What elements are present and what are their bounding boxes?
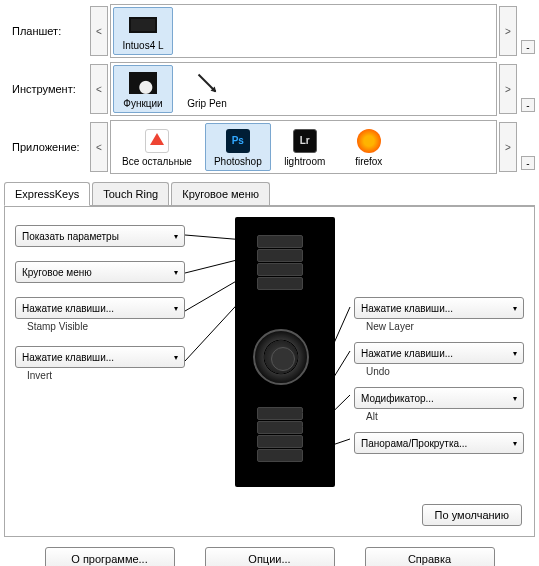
- pen-icon: [192, 70, 222, 96]
- help-button[interactable]: Справка: [365, 547, 495, 566]
- key-sublabel: New Layer: [366, 321, 524, 332]
- express-key[interactable]: [257, 277, 303, 290]
- tool-row: Инструмент: < Функции Grip Pen > -: [4, 62, 535, 116]
- dropdown-value: Круговое меню: [22, 267, 92, 278]
- key-dropdown[interactable]: Нажатие клавиши...: [354, 297, 524, 319]
- key-dropdown[interactable]: Нажатие клавиши...: [354, 342, 524, 364]
- express-key[interactable]: [257, 435, 303, 448]
- app-item-photoshop[interactable]: Ps Photoshop: [205, 123, 271, 171]
- tab-label: Touch Ring: [103, 188, 158, 200]
- tool-item-label: Grip Pen: [187, 98, 226, 109]
- tablet-label: Планшет:: [4, 25, 90, 37]
- footer-buttons: О программе... Опции... Справка: [4, 547, 535, 566]
- left-key-controls: Показать параметры Круговое меню Нажатие…: [15, 225, 185, 381]
- all-apps-icon: [142, 128, 172, 154]
- lightroom-icon: Lr: [290, 128, 320, 154]
- express-key[interactable]: [257, 407, 303, 420]
- tablet-item-intuos4[interactable]: Intuos4 L: [113, 7, 173, 55]
- app-item-lightroom[interactable]: Lr lightroom: [275, 123, 335, 171]
- key-control: Модификатор... Alt: [354, 387, 524, 422]
- dropdown-value: Нажатие клавиши...: [22, 352, 114, 363]
- functions-icon: [128, 70, 158, 96]
- key-dropdown[interactable]: Круговое меню: [15, 261, 185, 283]
- key-sublabel: Invert: [27, 370, 185, 381]
- tab-container: ExpressKeys Touch Ring Круговое меню: [4, 182, 535, 537]
- dropdown-value: Нажатие клавиши...: [361, 303, 453, 314]
- app-item-label: Photoshop: [214, 156, 262, 167]
- key-dropdown[interactable]: Панорама/Прокрутка...: [354, 432, 524, 454]
- tool-item-label: Функции: [123, 98, 162, 109]
- tablet-remove[interactable]: -: [521, 40, 535, 54]
- app-remove[interactable]: -: [521, 156, 535, 170]
- touch-ring[interactable]: [253, 329, 309, 385]
- tool-item-functions[interactable]: Функции: [113, 65, 173, 113]
- dropdown-value: Показать параметры: [22, 231, 119, 242]
- tab-bar: ExpressKeys Touch Ring Круговое меню: [4, 182, 535, 205]
- tablet-row: Планшет: < Intuos4 L > -: [4, 4, 535, 58]
- lower-key-block: [257, 407, 303, 463]
- tab-label: Круговое меню: [182, 188, 259, 200]
- button-label: Справка: [408, 553, 451, 565]
- tablet-strip: Intuos4 L: [110, 4, 497, 58]
- app-scroll-right[interactable]: >: [499, 122, 517, 172]
- app-row: Приложение: < Все остальные Ps Photoshop…: [4, 120, 535, 174]
- tablet-scroll-left[interactable]: <: [90, 6, 108, 56]
- express-key[interactable]: [257, 263, 303, 276]
- right-key-controls: Нажатие клавиши... New Layer Нажатие кла…: [354, 297, 524, 454]
- tool-remove[interactable]: -: [521, 98, 535, 112]
- key-dropdown[interactable]: Нажатие клавиши...: [15, 346, 185, 368]
- key-control: Панорама/Прокрутка...: [354, 432, 524, 454]
- tool-item-grip-pen[interactable]: Grip Pen: [177, 65, 237, 113]
- button-label: По умолчанию: [435, 509, 509, 521]
- tab-panel: Показать параметры Круговое меню Нажатие…: [4, 205, 535, 537]
- app-item-label: Все остальные: [122, 156, 192, 167]
- app-item-firefox[interactable]: firefox: [339, 123, 399, 171]
- app-strip: Все остальные Ps Photoshop Lr lightroom …: [110, 120, 497, 174]
- express-key[interactable]: [257, 235, 303, 248]
- key-dropdown[interactable]: Нажатие клавиши...: [15, 297, 185, 319]
- dropdown-value: Модификатор...: [361, 393, 434, 404]
- key-control: Нажатие клавиши... Stamp Visible: [15, 297, 185, 332]
- express-key[interactable]: [257, 449, 303, 462]
- tablet-visualization: [235, 217, 335, 487]
- dropdown-value: Нажатие клавиши...: [22, 303, 114, 314]
- tablet-item-label: Intuos4 L: [122, 40, 163, 51]
- key-control: Нажатие клавиши... Undo: [354, 342, 524, 377]
- key-dropdown[interactable]: Показать параметры: [15, 225, 185, 247]
- key-dropdown[interactable]: Модификатор...: [354, 387, 524, 409]
- default-button[interactable]: По умолчанию: [422, 504, 522, 526]
- tab-label: ExpressKeys: [15, 188, 79, 200]
- tablet-scroll-right[interactable]: >: [499, 6, 517, 56]
- key-sublabel: Alt: [366, 411, 524, 422]
- selector-section: Планшет: < Intuos4 L > - Инструмент: < Ф…: [4, 4, 535, 174]
- upper-key-block: [257, 235, 303, 291]
- options-button[interactable]: Опции...: [205, 547, 335, 566]
- about-button[interactable]: О программе...: [45, 547, 175, 566]
- dropdown-value: Нажатие клавиши...: [361, 348, 453, 359]
- ring-button[interactable]: [271, 347, 295, 371]
- key-control: Круговое меню: [15, 261, 185, 283]
- button-label: Опции...: [248, 553, 290, 565]
- firefox-icon: [354, 128, 384, 154]
- tablet-icon: [128, 12, 158, 38]
- tab-radialmenu[interactable]: Круговое меню: [171, 182, 270, 205]
- app-item-label: firefox: [355, 156, 382, 167]
- app-label: Приложение:: [4, 141, 90, 153]
- key-control: Показать параметры: [15, 225, 185, 247]
- tab-touchring[interactable]: Touch Ring: [92, 182, 169, 205]
- express-key[interactable]: [257, 421, 303, 434]
- app-item-label: lightroom: [284, 156, 325, 167]
- key-sublabel: Stamp Visible: [27, 321, 185, 332]
- key-sublabel: Undo: [366, 366, 524, 377]
- key-control: Нажатие клавиши... Invert: [15, 346, 185, 381]
- app-scroll-left[interactable]: <: [90, 122, 108, 172]
- key-control: Нажатие клавиши... New Layer: [354, 297, 524, 332]
- photoshop-icon: Ps: [223, 128, 253, 154]
- tool-scroll-left[interactable]: <: [90, 64, 108, 114]
- app-item-all[interactable]: Все остальные: [113, 123, 201, 171]
- tab-expresskeys[interactable]: ExpressKeys: [4, 182, 90, 206]
- expresskeys-content: Показать параметры Круговое меню Нажатие…: [5, 206, 534, 536]
- button-label: О программе...: [71, 553, 147, 565]
- tool-scroll-right[interactable]: >: [499, 64, 517, 114]
- express-key[interactable]: [257, 249, 303, 262]
